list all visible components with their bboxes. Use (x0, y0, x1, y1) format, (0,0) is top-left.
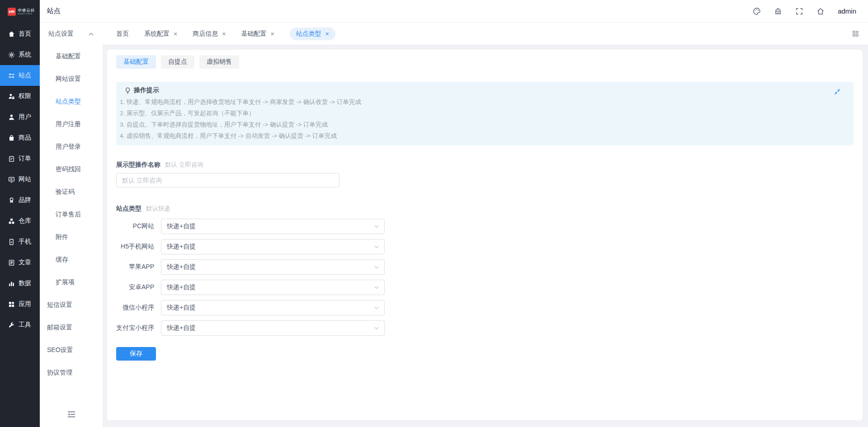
sidebar-fold-button[interactable] (40, 402, 103, 427)
menu-item-website-settings[interactable]: 网站设置 (40, 68, 103, 90)
collapse-tips-icon[interactable] (834, 88, 841, 95)
tab-site-type[interactable]: 站点类型 × (290, 28, 335, 40)
tab-grid-icon (852, 30, 859, 37)
segment-virtual-sales[interactable]: 虚拟销售 (199, 55, 239, 69)
theme-palette-icon[interactable] (753, 7, 761, 15)
sidebar-item-home[interactable]: 首页 (0, 23, 40, 44)
menu-item-label: 密码找回 (56, 165, 81, 174)
clear-cache-icon[interactable] (774, 7, 782, 15)
goods-bag-icon (8, 135, 15, 141)
menu-item-label: 订单售后 (56, 211, 81, 219)
segment-basic-config[interactable]: 基础配置 (116, 55, 156, 69)
home-icon[interactable] (816, 7, 825, 15)
menu-item-label: 扩展项 (56, 278, 75, 286)
menu-item-captcha[interactable]: 验证码 (40, 181, 103, 203)
menu-item-label: 邮箱设置 (47, 324, 72, 332)
menu-item-label: 网站设置 (56, 75, 81, 83)
form-row-h5-site: H5手机网站 快递+自提 (116, 239, 854, 254)
menu-item-label: SEO设置 (47, 346, 73, 354)
order-clipboard-icon (8, 155, 15, 162)
username[interactable]: admin (838, 7, 856, 15)
sidebar-item-label: 应用 (19, 300, 31, 308)
pc-site-select[interactable]: 快递+自提 (161, 219, 385, 234)
save-button[interactable]: 保存 (116, 347, 156, 361)
menu-item-cache[interactable]: 缓存 (40, 249, 103, 271)
tab-label: 商店信息 (193, 30, 218, 38)
close-icon[interactable]: × (270, 31, 274, 37)
segment-pickup-point[interactable]: 自提点 (161, 55, 194, 69)
display-name-input[interactable] (116, 173, 340, 188)
tab-home[interactable]: 首页 (116, 28, 129, 40)
menu-item-basic-config[interactable]: 基础配置 (40, 45, 103, 68)
h5-site-select[interactable]: 快递+自提 (161, 239, 385, 254)
close-icon[interactable]: × (174, 31, 177, 37)
display-name-group: 展示型操作名称 默认 立即咨询 (116, 161, 854, 188)
select-value: 快递+自提 (167, 283, 196, 291)
form-row-pc-site: PC网站 快递+自提 (116, 219, 854, 234)
fullscreen-icon[interactable] (795, 7, 803, 15)
chevron-down-icon (374, 266, 379, 269)
sidebar-item-system[interactable]: 系统 (0, 44, 40, 65)
tab-system-config[interactable]: 系统配置 × (144, 28, 177, 40)
menu-item-user-register[interactable]: 用户注册 (40, 113, 103, 136)
sidebar-item-orders[interactable]: 订单 (0, 148, 40, 169)
secondary-menu: 站点设置 基础配置 网站设置 站点类型 用户注册 用户登录 密码找回 验证码 订… (40, 23, 103, 402)
close-icon[interactable]: × (326, 31, 329, 37)
tips-line: 3. 自提点、下单时选择自提货物地址，用户下单支付 -> 确认提货 -> 订单完… (120, 119, 846, 130)
sidebar-item-label: 站点 (19, 71, 31, 80)
sidebar-item-tools[interactable]: 工具 (0, 314, 40, 335)
menu-item-user-login[interactable]: 用户登录 (40, 136, 103, 158)
menu-item-seo-settings[interactable]: SEO设置 (40, 339, 103, 361)
gear-icon (8, 52, 15, 58)
sidebar-item-label: 网站 (19, 175, 31, 183)
sidebar-item-data[interactable]: 数据 (0, 273, 40, 294)
sidebar-item-website[interactable]: 网站 (0, 169, 40, 190)
sidebar-item-mobile[interactable]: 手机 (0, 231, 40, 252)
sidebar-item-users[interactable]: 用户 (0, 107, 40, 127)
tips-line: 2. 展示型、仅展示产品，可发起咨询（不能下单） (120, 108, 846, 119)
menu-item-label: 基础配置 (56, 52, 81, 61)
tab-store-info[interactable]: 商店信息 × (193, 28, 226, 40)
sidebar-item-apps[interactable]: 应用 (0, 294, 40, 314)
sidebar-item-permissions[interactable]: 权限 (0, 86, 40, 107)
menu-group-site-settings[interactable]: 站点设置 (40, 23, 103, 45)
brand-logo: HR 华睿云科 HUARUIYUNKE (0, 0, 40, 23)
sidebar-item-articles[interactable]: 文章 (0, 252, 40, 273)
menu-item-attachments[interactable]: 附件 (40, 226, 103, 249)
tab-basic-config[interactable]: 基础配置 × (241, 28, 274, 40)
site-type-hint: 默认快递 (146, 205, 170, 213)
menu-item-password-recovery[interactable]: 密码找回 (40, 158, 103, 181)
wechat-miniprogram-select[interactable]: 快递+自提 (161, 300, 385, 315)
menu-item-order-aftersale[interactable]: 订单售后 (40, 203, 103, 226)
display-name-label: 展示型操作名称 (116, 161, 160, 169)
sidebar-item-brand[interactable]: 品牌 (0, 190, 40, 211)
sidebar-item-warehouse[interactable]: 仓库 (0, 211, 40, 231)
topbar: admin (103, 0, 868, 23)
sidebar-item-label: 文章 (19, 258, 31, 267)
sidebar-item-site[interactable]: 站点 (0, 65, 40, 86)
select-value: 快递+自提 (167, 304, 196, 312)
site-type-label: 站点类型 (116, 205, 142, 213)
sidebar-item-label: 工具 (19, 321, 31, 329)
android-app-select[interactable]: 快递+自提 (161, 280, 385, 295)
menu-item-agreement-management[interactable]: 协议管理 (40, 361, 103, 384)
alipay-miniprogram-select[interactable]: 快递+自提 (161, 320, 385, 336)
menu-fold-icon (67, 411, 75, 418)
tab-label: 首页 (116, 30, 129, 38)
menu-item-label: 站点类型 (56, 98, 81, 106)
segment-label: 自提点 (168, 58, 187, 66)
sidebar-item-label: 品牌 (19, 196, 31, 204)
home-icon (8, 31, 15, 38)
close-icon[interactable]: × (222, 31, 226, 37)
tab-options-button[interactable] (843, 30, 868, 37)
ios-app-select[interactable]: 快递+自提 (161, 259, 385, 275)
tools-wrench-icon (8, 322, 15, 328)
menu-item-extensions[interactable]: 扩展项 (40, 271, 103, 294)
menu-item-site-type[interactable]: 站点类型 (40, 90, 103, 113)
tips-title: 操作提示 (134, 86, 159, 94)
segment-label: 虚拟销售 (207, 58, 232, 66)
brand-medal-icon (8, 197, 15, 204)
menu-item-sms-settings[interactable]: 短信设置 (40, 294, 103, 316)
menu-item-email-settings[interactable]: 邮箱设置 (40, 316, 103, 339)
sidebar-item-goods[interactable]: 商品 (0, 127, 40, 148)
